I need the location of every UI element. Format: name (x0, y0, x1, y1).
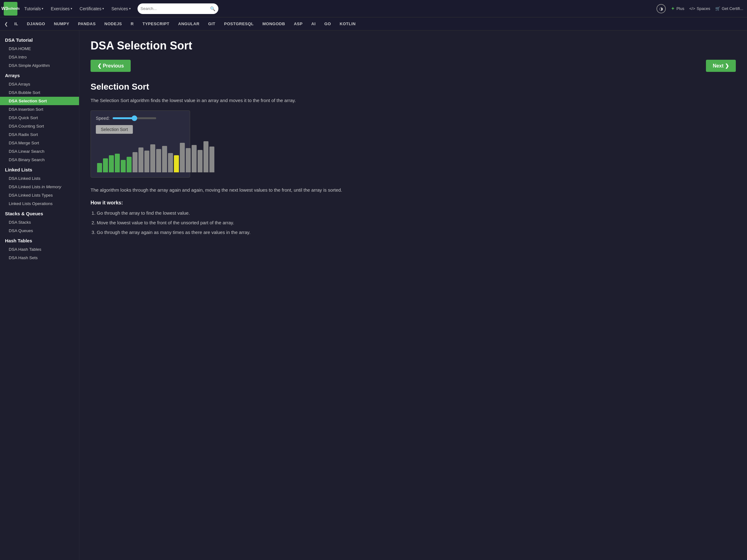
speed-row: Speed: (96, 116, 185, 121)
subnav-item-pandas[interactable]: PANDAS (74, 18, 100, 30)
chart-bar (127, 157, 132, 172)
top-navigation: W3 schools Tutorials ▾ Exercises ▾ Certi… (0, 0, 747, 18)
list-item: Go through the array again as many times… (97, 228, 736, 236)
sidebar-item-dsa-selection-sort[interactable]: DSA Selection Sort (0, 97, 79, 105)
sidebar-item-dsa-arrays[interactable]: DSA Arrays (0, 80, 79, 88)
sidebar-item-dsa-linked-lists-memory[interactable]: DSA Linked Lists in Memory (0, 183, 79, 191)
speed-slider[interactable] (113, 117, 156, 119)
search-bar[interactable]: 🔍 (137, 3, 218, 14)
chart-bar (115, 154, 120, 172)
chart-bar (198, 150, 203, 172)
sidebar: DSA Tutorial DSA HOME DSA Intro DSA Simp… (0, 30, 79, 560)
chart-bar (174, 155, 179, 172)
page-title: DSA Selection Sort (91, 39, 736, 52)
how-it-works-list: Go through the array to find the lowest … (91, 209, 736, 236)
sidebar-item-dsa-home[interactable]: DSA HOME (0, 45, 79, 53)
next-button[interactable]: Next ❯ (706, 60, 736, 72)
subnav-item-kotlin[interactable]: KOTLIN (335, 18, 360, 30)
sidebar-item-dsa-bubble-sort[interactable]: DSA Bubble Sort (0, 88, 79, 97)
subnav-item-postgresql[interactable]: POSTGRESQL (220, 18, 258, 30)
chevron-down-icon: ▾ (129, 7, 131, 10)
selection-sort-demo-button[interactable]: Selection Sort (96, 125, 133, 134)
plus-button[interactable]: ✦ Plus (671, 6, 684, 11)
main-content: DSA Selection Sort ❮ Previous Next ❯ Sel… (79, 30, 747, 560)
previous-button[interactable]: ❮ Previous (91, 60, 131, 72)
certificates-menu[interactable]: Certificates ▾ (77, 4, 107, 13)
nav-right-actions: ◑ ✦ Plus </> Spaces 🛒 Get Certifi... (656, 4, 743, 14)
demo-box: Speed: Selection Sort (91, 110, 190, 178)
subnav-item-mongodb[interactable]: MONGODB (258, 18, 290, 30)
subnav-item-r[interactable]: R (126, 18, 138, 30)
search-input[interactable] (140, 6, 210, 11)
sidebar-item-linked-lists-operations[interactable]: Linked Lists Operations (0, 199, 79, 208)
sidebar-item-dsa-hash-sets[interactable]: DSA Hash Sets (0, 254, 79, 262)
subnav-item-asp[interactable]: ASP (289, 18, 307, 30)
subnav-item-ai[interactable]: AI (307, 18, 320, 30)
sidebar-item-dsa-quick-sort[interactable]: DSA Quick Sort (0, 113, 79, 122)
sidebar-item-dsa-binary-search[interactable]: DSA Binary Search (0, 156, 79, 164)
contrast-button[interactable]: ◑ (656, 4, 666, 14)
nav-menu: Tutorials ▾ Exercises ▾ Certificates ▾ S… (21, 4, 134, 13)
main-layout: DSA Tutorial DSA HOME DSA Intro DSA Simp… (0, 30, 747, 560)
chart-bar (97, 163, 102, 172)
chevron-down-icon: ▾ (71, 7, 72, 10)
tutorials-menu[interactable]: Tutorials ▾ (21, 4, 46, 13)
subnav-item-angular[interactable]: ANGULAR (174, 18, 204, 30)
subnav-left-arrow[interactable]: ❮ (2, 22, 10, 26)
chevron-down-icon: ▾ (102, 7, 104, 10)
subnav-item-numpy[interactable]: NUMPY (49, 18, 73, 30)
stacks-queues-section: Stacks & Queues (0, 208, 79, 218)
sidebar-item-dsa-intro[interactable]: DSA Intro (0, 53, 79, 61)
sidebar-item-dsa-linear-search[interactable]: DSA Linear Search (0, 147, 79, 156)
code-icon: </> (689, 6, 695, 11)
section-title: Selection Sort (91, 82, 736, 92)
chart-bar (138, 148, 144, 172)
sidebar-item-dsa-hash-tables[interactable]: DSA Hash Tables (0, 245, 79, 254)
subnav-item-git[interactable]: GIT (204, 18, 220, 30)
list-item: Go through the array to find the lowest … (97, 209, 736, 217)
list-item: Move the lowest value to the front of th… (97, 219, 736, 227)
w3schools-logo[interactable]: W3 schools (4, 2, 18, 16)
sidebar-item-dsa-linked-lists-types[interactable]: DSA Linked Lists Types (0, 191, 79, 199)
how-it-works-title: How it works: (91, 200, 736, 206)
subnav-item-django[interactable]: DJANGO (23, 18, 50, 30)
sidebar-item-dsa-insertion-sort[interactable]: DSA Insertion Sort (0, 105, 79, 113)
sidebar-item-dsa-merge-sort[interactable]: DSA Merge Sort (0, 139, 79, 147)
search-icon: 🔍 (210, 6, 215, 11)
get-certified-button[interactable]: 🛒 Get Certifi... (715, 6, 743, 11)
cart-icon: 🛒 (715, 6, 720, 11)
sidebar-item-dsa-counting-sort[interactable]: DSA Counting Sort (0, 122, 79, 130)
exercises-menu[interactable]: Exercises ▾ (48, 4, 75, 13)
sidebar-item-dsa-stacks[interactable]: DSA Stacks (0, 218, 79, 227)
chart-bar (180, 143, 185, 172)
sidebar-item-dsa-radix-sort[interactable]: DSA Radix Sort (0, 130, 79, 139)
chart-bar (209, 147, 214, 172)
sub-navigation: ❮ IL DJANGO NUMPY PANDAS NODEJS R TYPESC… (0, 18, 747, 30)
subnav-items-list: IL DJANGO NUMPY PANDAS NODEJS R TYPESCRI… (10, 18, 360, 30)
nav-buttons: ❮ Previous Next ❯ (91, 60, 736, 72)
chart-bar (162, 146, 167, 172)
sidebar-item-dsa-simple-algorithm[interactable]: DSA Simple Algorithm (0, 61, 79, 70)
services-menu[interactable]: Services ▾ (108, 4, 134, 13)
chart-bar (109, 155, 114, 172)
spaces-button[interactable]: </> Spaces (689, 6, 710, 11)
sidebar-item-dsa-queues[interactable]: DSA Queues (0, 227, 79, 235)
subnav-item-typescript[interactable]: TYPESCRIPT (138, 18, 174, 30)
sidebar-item-dsa-linked-lists[interactable]: DSA Linked Lists (0, 174, 79, 183)
chevron-down-icon: ▾ (42, 7, 43, 10)
how-it-works: How it works: Go through the array to fi… (91, 200, 736, 236)
subnav-item-go[interactable]: GO (320, 18, 335, 30)
chart-bar (150, 144, 155, 172)
chart-bar (168, 153, 173, 172)
chart-bar (192, 145, 197, 172)
chart-bar (121, 160, 126, 172)
chart-bar (156, 149, 161, 172)
description-1: The Selection Sort algorithm finds the l… (91, 97, 736, 104)
arrays-section: Arrays (0, 70, 79, 80)
chart-bar (144, 151, 149, 172)
chart-bar (132, 152, 137, 172)
subnav-item-nodejs[interactable]: NODEJS (100, 18, 126, 30)
subnav-item-il[interactable]: IL (10, 18, 23, 30)
description-2: The algorithm looks through the array ag… (91, 186, 736, 194)
linked-lists-section: Linked Lists (0, 164, 79, 174)
